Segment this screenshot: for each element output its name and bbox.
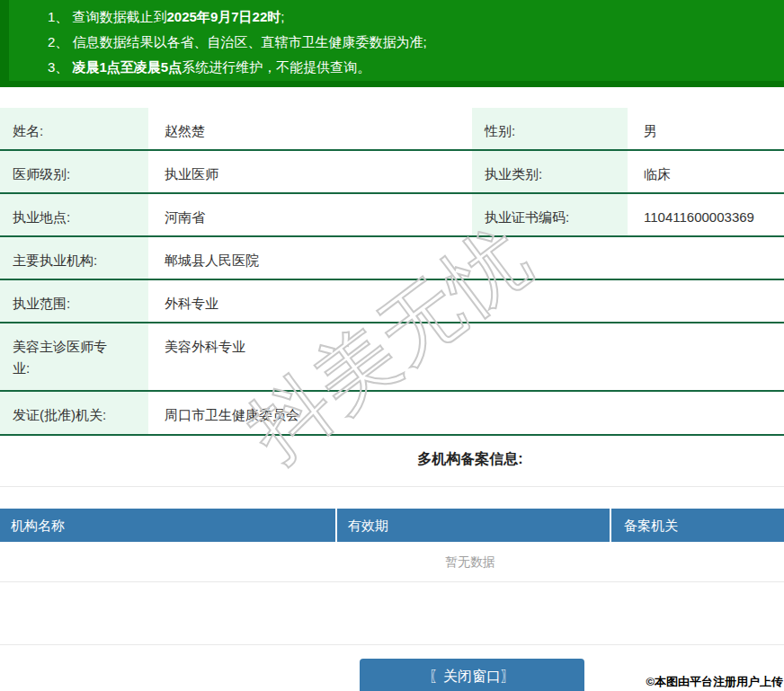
records-empty-state: 暂无数据 [0,542,784,582]
table-row: 姓名: 赵然楚 性别: 男 [0,108,784,151]
field-value-certificate-no: 110411600003369 [628,194,784,235]
field-value-main-institution: 郸城县人民医院 [148,237,784,279]
table-row: 美容主诊医师专业: 美容外科专业 [0,323,784,392]
table-row: 医师级别: 执业医师 执业类别: 临床 [0,151,784,194]
copyright-stamp: ©本图由平台注册用户上传 [646,674,783,690]
field-value-practice-scope: 外科专业 [148,280,784,322]
field-label-certificate-no: 执业证书编码: [472,194,628,235]
table-row: 主要执业机构: 郸城县人民医院 [0,237,784,280]
field-value-issuing-authority: 周口市卫生健康委员会 [148,392,784,434]
field-label-practice-place: 执业地点: [0,194,148,235]
page-viewport: 1、 查询数据截止到2025年9月7日22时; 2、 信息数据结果以各省、自治区… [0,0,784,691]
field-label-name: 姓名: [0,108,148,149]
field-value-gender: 男 [628,108,784,149]
field-value-practice-type: 临床 [628,151,784,192]
notice-line-1: 1、 查询数据截止到2025年9月7日22时; [48,4,784,30]
doctor-info-table: 姓名: 赵然楚 性别: 男 医师级别: 执业医师 执业类别: 临床 执业地点: … [0,108,784,436]
notice-3-suffix: 系统进行维护，不能提供查询。 [182,59,370,75]
column-header-validity-period: 有效期 [335,509,610,542]
field-label-cosmetic-specialty: 美容主诊医师专业: [0,323,148,390]
close-window-button[interactable]: 〖关闭窗口〗 [360,659,584,691]
table-row: 执业范围: 外科专业 [0,280,784,323]
notice-3-text: 3、 [48,59,73,75]
column-header-record-authority: 备案机关 [610,509,784,542]
field-label-main-institution: 主要执业机构: [0,237,148,279]
notice-banner: 1、 查询数据截止到2025年9月7日22时; 2、 信息数据结果以各省、自治区… [0,0,784,87]
banner-bottom-edge [0,81,784,87]
multi-institution-section-title: 多机构备案信息: [0,450,784,470]
field-value-doctor-level: 执业医师 [148,151,472,192]
field-value-name: 赵然楚 [148,108,472,149]
notice-1-suffix: ; [281,9,284,24]
notice-line-2: 2、 信息数据结果以各省、自治区、直辖市卫生健康委数据为准; [48,30,784,55]
field-label-issuing-authority: 发证(批准)机关: [0,392,148,434]
field-label-cosmetic-specialty-text: 美容主诊医师专业: [13,336,113,379]
field-value-cosmetic-specialty: 美容外科专业 [148,323,784,390]
notice-3-bold: 凌晨1点至凌晨5点 [73,59,183,75]
banner-left-edge [0,0,9,87]
section-divider [0,486,784,487]
notice-line-3: 3、 凌晨1点至凌晨5点系统进行维护，不能提供查询。 [48,55,784,80]
field-label-practice-scope: 执业范围: [0,280,148,322]
table-row: 发证(批准)机关: 周口市卫生健康委员会 [0,392,784,436]
field-label-gender: 性别: [472,108,628,149]
field-value-practice-place: 河南省 [148,194,472,235]
notice-1-text: 1、 查询数据截止到 [48,9,167,24]
column-header-institution-name: 机构名称 [0,509,335,542]
records-table-header: 机构名称 有效期 备案机关 [0,509,784,542]
notice-1-bold: 2025年9月7日22时 [167,9,281,24]
field-label-doctor-level: 医师级别: [0,151,148,192]
page-canvas: 1、 查询数据截止到2025年9月7日22时; 2、 信息数据结果以各省、自治区… [0,0,784,691]
records-footer-spacer [0,582,784,645]
table-row: 执业地点: 河南省 执业证书编码: 110411600003369 [0,194,784,237]
field-label-practice-type: 执业类别: [472,151,628,192]
notice-2-text: 2、 信息数据结果以各省、自治区、直辖市卫生健康委数据为准; [48,34,427,49]
